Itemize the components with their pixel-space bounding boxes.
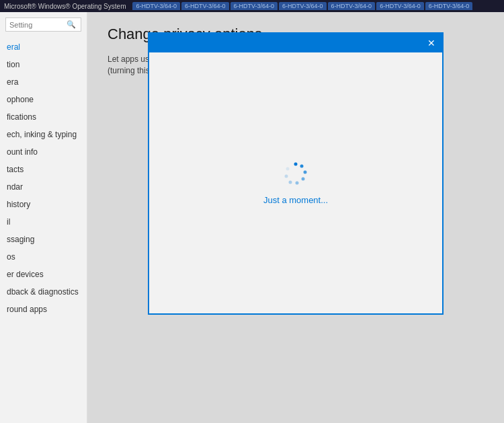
modal-close-button[interactable]: ✕ [425, 36, 438, 50]
channel-tab: 6-HDTV-3/64-0 [181, 2, 229, 10]
sidebar: 🔍 eral tion era ophone fications ech, in… [0, 12, 87, 423]
sidebar-item-camera[interactable]: era [0, 73, 87, 91]
taskbar: Microsoft® Windows® Operating System 6-H… [0, 0, 504, 12]
modal-titlebar: ✕ [149, 34, 442, 52]
loading-text: Just a moment... [263, 195, 328, 205]
channel-tabs: 6-HDTV-3/64-0 6-HDTV-3/64-0 6-HDTV-3/64-… [132, 2, 472, 10]
search-input[interactable] [9, 21, 67, 29]
loading-spinner [284, 161, 308, 186]
svg-point-7 [286, 167, 290, 170]
sidebar-item-email[interactable]: il [0, 213, 87, 231]
svg-point-2 [304, 170, 307, 174]
search-icon[interactable]: 🔍 [67, 20, 76, 29]
channel-tab: 6-HDTV-3/64-0 [279, 2, 327, 10]
channel-tab: 6-HDTV-3/64-0 [132, 2, 180, 10]
sidebar-item-messaging[interactable]: ssaging [0, 231, 87, 248]
loading-container: Just a moment... [263, 161, 328, 205]
taskbar-title: Microsoft® Windows® Operating System [4, 3, 126, 10]
channel-tab: 6-HDTV-3/64-0 [376, 2, 424, 10]
svg-point-5 [289, 180, 292, 184]
sidebar-item-devices[interactable]: er devices [0, 266, 87, 283]
sidebar-item-background[interactable]: round apps [0, 301, 87, 318]
channel-tab: 6-HDTV-3/64-0 [328, 2, 376, 10]
modal-overlay: ✕ [87, 12, 504, 423]
sidebar-item-calendar[interactable]: ndar [0, 178, 87, 196]
svg-point-6 [285, 174, 288, 178]
sidebar-item-location[interactable]: tion [0, 56, 87, 73]
content-area: Change privacy options Let apps use my a… [87, 12, 504, 423]
loading-modal: ✕ [148, 32, 444, 315]
sidebar-item-account[interactable]: ount info [0, 143, 87, 161]
svg-point-1 [300, 164, 304, 167]
svg-point-4 [296, 181, 299, 184]
channel-tab: 6-HDTV-3/64-0 [230, 2, 278, 10]
svg-point-3 [302, 177, 305, 180]
modal-body: Just a moment... [149, 52, 442, 313]
svg-point-0 [294, 162, 298, 165]
sidebar-item-contacts[interactable]: tacts [0, 161, 87, 178]
sidebar-item-speech[interactable]: ech, inking & typing [0, 126, 87, 143]
sidebar-item-radios[interactable]: os [0, 248, 87, 266]
main-layout: 🔍 eral tion era ophone fications ech, in… [0, 12, 504, 423]
sidebar-item-history[interactable]: history [0, 196, 87, 213]
sidebar-item-microphone[interactable]: ophone [0, 91, 87, 108]
sidebar-item-notifications[interactable]: fications [0, 108, 87, 126]
search-box[interactable]: 🔍 [5, 17, 81, 32]
sidebar-item-general[interactable]: eral [0, 38, 87, 56]
sidebar-item-feedback[interactable]: dback & diagnostics [0, 283, 87, 301]
channel-tab: 6-HDTV-3/64-0 [425, 2, 473, 10]
